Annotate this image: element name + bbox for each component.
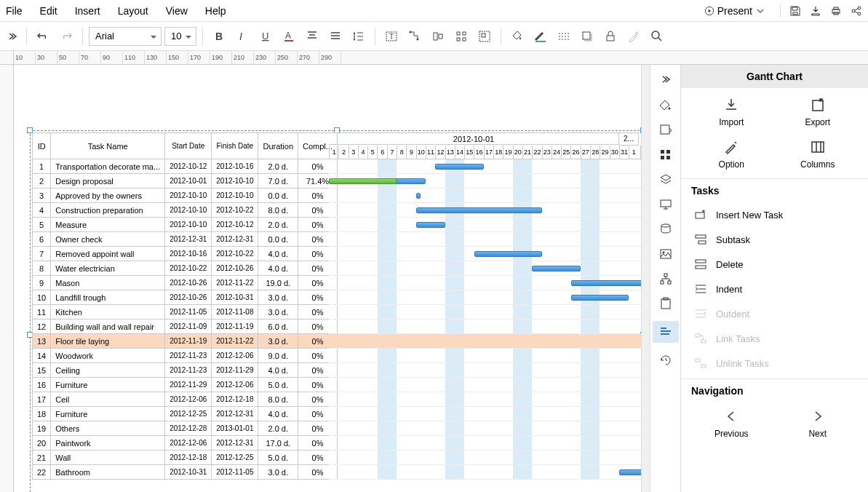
delete-button[interactable]: Delete xyxy=(681,252,868,277)
paint-bucket-icon[interactable] xyxy=(658,98,673,113)
font-family-select[interactable]: Arial xyxy=(89,27,162,46)
lock-button[interactable] xyxy=(600,26,621,47)
outdent-button[interactable]: Outdent xyxy=(681,301,868,326)
table-row[interactable]: 3Approved by the owners2012-10-102012-10… xyxy=(33,189,338,203)
menu-edit[interactable]: Edit xyxy=(40,5,57,17)
database-icon[interactable] xyxy=(658,222,673,237)
clipboard-icon[interactable] xyxy=(658,296,673,311)
table-row[interactable]: 13Floor tile laying2012-11-192012-11-223… xyxy=(33,334,338,349)
text-color-button[interactable]: A xyxy=(279,26,299,47)
layers-icon[interactable] xyxy=(658,172,673,187)
svg-rect-17 xyxy=(439,34,442,39)
align-horizontal-button[interactable] xyxy=(325,26,346,47)
menu-layout[interactable]: Layout xyxy=(118,5,148,17)
indent-button[interactable]: Indent xyxy=(681,277,868,301)
presentation-icon[interactable] xyxy=(658,197,673,212)
history-icon[interactable] xyxy=(658,353,673,368)
table-row[interactable]: 12Building wall and wall repair2012-11-0… xyxy=(33,320,338,334)
unlink-tasks-button[interactable]: Unlink Tasks xyxy=(681,351,868,376)
search-button[interactable] xyxy=(647,26,667,47)
font-size-select[interactable]: 10 xyxy=(164,27,196,46)
horizontal-ruler: 1030507090110130150170190210230250270290 xyxy=(0,51,868,65)
table-row[interactable]: 16Furniture2012-11-292012-12-065.0 d.0% xyxy=(33,378,338,392)
previous-button[interactable]: Previous xyxy=(691,408,772,439)
distribute-button[interactable] xyxy=(451,26,471,47)
present-button[interactable]: Present xyxy=(698,4,771,18)
svg-rect-46 xyxy=(696,235,706,238)
tools-button[interactable] xyxy=(624,26,644,47)
svg-point-4 xyxy=(852,9,855,12)
table-row[interactable]: 7Removed appoint wall2012-10-162012-10-2… xyxy=(33,247,338,261)
print-icon[interactable] xyxy=(830,5,842,17)
download-icon[interactable] xyxy=(810,5,821,17)
table-row[interactable]: 1Transportation decorate ma...2012-10-12… xyxy=(33,159,338,174)
gantt-icon[interactable] xyxy=(653,321,679,343)
table-row[interactable]: 15Ceiling2012-11-232012-11-294.0 d.0% xyxy=(33,363,338,378)
svg-rect-39 xyxy=(661,281,664,284)
table-row[interactable]: 9Mason2012-10-262012-11-2219.0 d.0% xyxy=(33,276,338,290)
table-row[interactable]: 5Measure2012-10-102012-10-122.0 d.0% xyxy=(33,218,338,232)
align-objects-button[interactable] xyxy=(428,26,448,47)
line-style-button[interactable] xyxy=(554,26,574,47)
table-row[interactable]: 14Woodwork2012-11-232012-12-069.0 d.0% xyxy=(33,349,338,363)
bold-button[interactable]: B xyxy=(209,26,229,47)
menu-insert[interactable]: Insert xyxy=(75,5,100,17)
columns-button[interactable]: Columns xyxy=(778,139,859,170)
fill-button[interactable] xyxy=(507,26,527,47)
import-button[interactable]: Import xyxy=(691,97,772,127)
export-button[interactable]: Export xyxy=(778,97,859,127)
vertical-scrollbar[interactable] xyxy=(641,65,650,492)
menu-view[interactable]: View xyxy=(166,5,188,17)
shadow-button[interactable] xyxy=(577,26,597,47)
undo-button[interactable] xyxy=(33,26,53,47)
table-row[interactable]: 10Landfill trough2012-10-262012-10-313.0… xyxy=(33,290,338,305)
insert-task-button[interactable]: Insert New Task xyxy=(681,202,868,227)
table-row[interactable]: 6Owner check2012-12-312012-12-310.0 d.0% xyxy=(33,232,338,247)
table-row[interactable]: 20Paintwork2012-12-062012-12-3117.0 d.0% xyxy=(33,436,338,451)
hierarchy-icon[interactable] xyxy=(658,271,673,286)
next-button[interactable]: Next xyxy=(778,408,859,439)
menu-left: FileEditInsertLayoutViewHelp xyxy=(6,5,226,17)
table-row[interactable]: 18Furniture2012-12-252012-12-314.0 d.0% xyxy=(33,407,338,421)
line-spacing-button[interactable] xyxy=(349,26,369,47)
format-icon[interactable] xyxy=(658,123,673,138)
svg-rect-45 xyxy=(696,213,704,218)
option-button[interactable]: Option xyxy=(691,139,772,170)
image-icon[interactable] xyxy=(658,247,673,261)
group-button[interactable] xyxy=(474,26,495,47)
italic-button[interactable]: I xyxy=(232,26,252,47)
table-row[interactable]: 19Others2012-12-282013-01-012.0 d.0% xyxy=(33,421,338,436)
stroke-color-button[interactable] xyxy=(530,26,551,47)
table-row[interactable]: 8Water electrician2012-10-222012-10-264.… xyxy=(33,261,338,276)
svg-rect-19 xyxy=(463,32,466,35)
redo-button[interactable] xyxy=(56,26,76,47)
toolbar-expand[interactable] xyxy=(4,31,20,41)
table-row[interactable]: 11Kitchen2012-11-052012-11-083.0 d.0% xyxy=(33,305,338,320)
svg-point-5 xyxy=(858,7,861,9)
align-vertical-button[interactable] xyxy=(302,26,322,47)
table-row[interactable]: 4Construction preparation2012-10-102012-… xyxy=(33,203,338,218)
underline-button[interactable]: U xyxy=(255,26,276,47)
save-icon[interactable] xyxy=(789,5,801,17)
svg-point-27 xyxy=(652,31,659,39)
table-row[interactable]: 21Wall2012-12-182012-12-255.0 d.0% xyxy=(33,451,338,465)
subtask-button[interactable]: Subtask xyxy=(681,227,868,252)
share-icon[interactable] xyxy=(851,5,862,17)
link-tasks-button[interactable]: Link Tasks xyxy=(681,326,868,351)
menu-file[interactable]: File xyxy=(6,5,23,17)
table-row[interactable]: 17Ceil2012-12-062012-12-188.0 d.0% xyxy=(33,392,338,407)
table-row[interactable]: 22Bathroom2012-10-312012-11-053.0 d.0% xyxy=(33,465,338,480)
menu-help[interactable]: Help xyxy=(205,5,226,17)
gantt-chart-object[interactable]: IDTask NameStart DateFinish DateDuration… xyxy=(30,130,641,492)
connector-button[interactable] xyxy=(405,26,425,47)
svg-point-35 xyxy=(661,224,670,227)
canvas[interactable]: IDTask NameStart DateFinish DateDuration… xyxy=(14,65,641,492)
textbox-button[interactable]: T xyxy=(381,26,402,47)
table-row[interactable]: 2Design proposal2012-10-012012-10-107.0 … xyxy=(33,174,338,189)
svg-point-6 xyxy=(858,12,861,15)
play-icon xyxy=(704,6,714,16)
svg-rect-53 xyxy=(701,365,706,368)
sidebar-expand[interactable] xyxy=(650,71,680,88)
gantt-task-table[interactable]: IDTask NameStart DateFinish DateDuration… xyxy=(32,132,338,480)
grid-icon[interactable] xyxy=(658,148,673,162)
